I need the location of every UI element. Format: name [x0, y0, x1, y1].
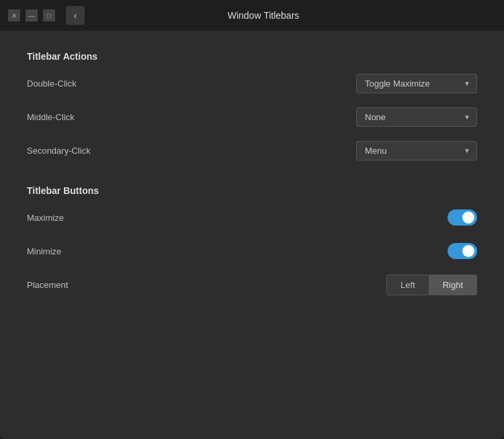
minimize-label: Minimize: [27, 246, 61, 256]
double-click-label: Double-Click: [27, 79, 77, 89]
back-button[interactable]: ‹: [66, 6, 85, 25]
placement-label: Placement: [27, 280, 68, 290]
content-area: Titlebar Actions Double-Click Toggle Max…: [0, 31, 504, 439]
middle-click-dropdown-wrapper: None Toggle Maximize Toggle Shade Lower …: [356, 107, 477, 127]
double-click-row: Double-Click Toggle Maximize Toggle Shad…: [27, 71, 477, 95]
maximize-row: Maximize: [27, 205, 477, 230]
section-titlebar-actions-title: Titlebar Actions: [27, 51, 477, 62]
placement-group: Left Right: [386, 275, 477, 295]
placement-left-button[interactable]: Left: [386, 275, 429, 295]
double-click-dropdown-wrapper: Toggle Maximize Toggle Shade None Lower …: [356, 74, 477, 93]
section-separator: [27, 172, 477, 185]
secondary-click-dropdown[interactable]: Menu None Toggle Maximize Toggle Shade L…: [356, 141, 477, 160]
titlebar: ✕ — □ ‹ Window Titlebars: [0, 0, 504, 31]
middle-click-dropdown[interactable]: None Toggle Maximize Toggle Shade Lower …: [356, 107, 477, 127]
minimize-slider: [448, 243, 477, 259]
window: ✕ — □ ‹ Window Titlebars Titlebar Action…: [0, 0, 504, 439]
middle-click-row: Middle-Click None Toggle Maximize Toggle…: [27, 105, 477, 129]
secondary-click-row: Secondary-Click Menu None Toggle Maximiz…: [27, 138, 477, 162]
minimize-row: Minimize: [27, 239, 477, 263]
placement-right-button[interactable]: Right: [429, 275, 477, 295]
close-button[interactable]: ✕: [8, 9, 20, 21]
section-titlebar-buttons-title: Titlebar Buttons: [27, 185, 477, 196]
maximize-label: Maximize: [27, 213, 64, 223]
maximize-slider: [448, 209, 477, 226]
secondary-click-label: Secondary-Click: [27, 146, 91, 156]
secondary-click-dropdown-wrapper: Menu None Toggle Maximize Toggle Shade L…: [356, 141, 477, 160]
maximize-toggle[interactable]: [448, 209, 477, 226]
minimize-toggle[interactable]: [448, 243, 477, 259]
maximize-button[interactable]: □: [43, 9, 55, 21]
placement-row: Placement Left Right: [27, 273, 477, 297]
titlebar-controls: ✕ — □ ‹: [8, 6, 85, 25]
double-click-dropdown[interactable]: Toggle Maximize Toggle Shade None Lower …: [356, 74, 477, 93]
minimize-button[interactable]: —: [26, 9, 38, 21]
middle-click-label: Middle-Click: [27, 112, 75, 122]
window-title: Window Titlebars: [85, 10, 442, 21]
